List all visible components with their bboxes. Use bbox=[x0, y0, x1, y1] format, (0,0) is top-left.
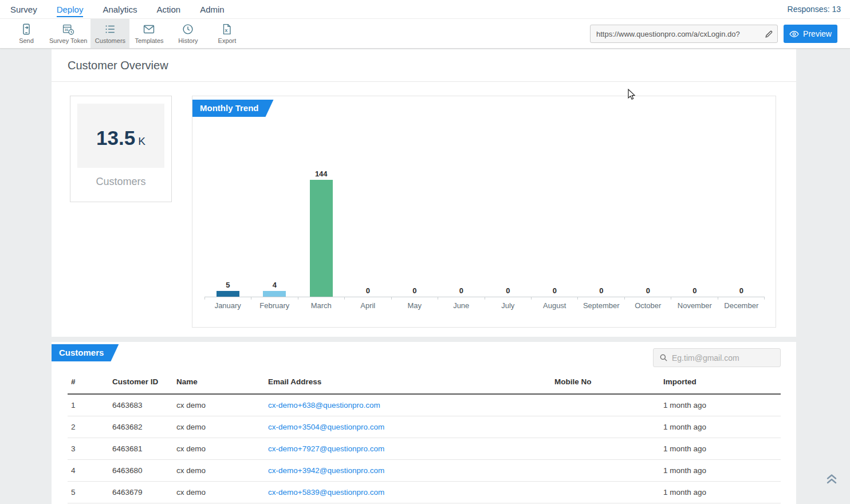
imported: 1 month ago bbox=[660, 438, 781, 459]
axis-tick bbox=[438, 297, 485, 300]
column-header-customer-id: Customer ID bbox=[109, 373, 173, 394]
x-tick-label-september: September bbox=[578, 301, 625, 310]
email-link[interactable]: cx-demo+3942@questionpro.com bbox=[268, 466, 384, 475]
chart-slot-october: 0 bbox=[625, 286, 672, 297]
axis-tick bbox=[392, 297, 438, 300]
monthly-trend-chart-card: Monthly Trend 54144000000000 JanuaryFebr… bbox=[192, 96, 776, 328]
nav-tab-survey[interactable]: Survey bbox=[10, 1, 37, 17]
scroll-to-top-button[interactable] bbox=[825, 472, 839, 487]
column-header-num: # bbox=[68, 373, 109, 394]
toolbar-button-label: Templates bbox=[135, 37, 163, 44]
preview-button-label: Preview bbox=[803, 29, 832, 38]
column-header-name: Name bbox=[173, 373, 265, 394]
table-row: 26463682cx democx-demo+3504@questionpro.… bbox=[68, 416, 781, 438]
email-link[interactable]: cx-demo+3504@questionpro.com bbox=[268, 423, 384, 431]
mobile-no bbox=[551, 459, 660, 481]
bar-march[interactable] bbox=[310, 180, 333, 297]
export-icon: X bbox=[221, 23, 233, 36]
customer-search-box bbox=[653, 348, 781, 367]
nav-tab-admin[interactable]: Admin bbox=[200, 1, 225, 17]
toolbar-templates-button[interactable]: Templates bbox=[129, 19, 168, 48]
toolbar-customers-button[interactable]: Customers bbox=[90, 19, 129, 48]
column-header-mobile-no: Mobile No bbox=[551, 373, 660, 394]
bar-value-label: 0 bbox=[412, 286, 416, 295]
row-number: 2 bbox=[68, 416, 109, 438]
survey-url-input[interactable] bbox=[591, 30, 760, 38]
chart-slot-march: 144 bbox=[298, 170, 345, 297]
toolbar-send-button[interactable]: Send bbox=[7, 19, 46, 48]
bar-value-label: 144 bbox=[315, 170, 328, 178]
chart-slot-april: 0 bbox=[345, 286, 392, 297]
column-header-imported: Imported bbox=[660, 373, 781, 394]
axis-tick bbox=[578, 297, 624, 300]
email-link[interactable]: cx-demo+7927@questionpro.com bbox=[268, 444, 384, 453]
email-address: cx-demo+5839@questionpro.com bbox=[265, 481, 551, 503]
responses-counter[interactable]: Responses: 13 bbox=[788, 5, 850, 14]
bar-value-label: 0 bbox=[646, 286, 650, 295]
row-number: 5 bbox=[68, 481, 109, 503]
chart-slot-november: 0 bbox=[671, 286, 718, 297]
customer-name: cx demo bbox=[173, 459, 265, 481]
eye-icon bbox=[789, 30, 799, 38]
toolbar-history-button[interactable]: History bbox=[168, 19, 207, 48]
bar-chart: 54144000000000 bbox=[204, 96, 765, 297]
nav-tab-deploy[interactable]: Deploy bbox=[57, 1, 84, 17]
row-number: 1 bbox=[68, 394, 109, 416]
search-icon bbox=[659, 353, 668, 362]
chart-slot-august: 0 bbox=[532, 286, 579, 297]
bar-value-label: 0 bbox=[692, 286, 696, 295]
toolbar-buttons: Send31Survey TokenCustomersTemplatesHist… bbox=[7, 19, 246, 48]
customers-stat-card: 13.5 K Customers bbox=[70, 96, 172, 202]
bar-value-label: 5 bbox=[226, 281, 230, 289]
x-tick-label-july: July bbox=[485, 301, 532, 310]
bar-january[interactable] bbox=[217, 291, 239, 297]
toolbar-survey-token-button[interactable]: 31Survey Token bbox=[46, 19, 90, 48]
customers-table-wrap: #Customer IDNameEmail AddressMobile NoIm… bbox=[68, 373, 781, 503]
customer-overview-panel: Customer Overview 13.5 K Customers Month… bbox=[52, 49, 796, 337]
edit-url-button[interactable] bbox=[760, 25, 777, 42]
monthly-trend-ribbon: Monthly Trend bbox=[192, 100, 274, 117]
history-icon bbox=[182, 23, 194, 36]
toolbar-button-label: Send bbox=[19, 37, 34, 44]
axis-tick bbox=[485, 297, 532, 300]
customer-id: 6463683 bbox=[109, 394, 173, 416]
imported: 1 month ago bbox=[660, 394, 781, 416]
toolbar-export-button[interactable]: XExport bbox=[207, 19, 246, 48]
bar-value-label: 0 bbox=[459, 286, 463, 295]
page-title: Customer Overview bbox=[52, 49, 796, 82]
chart-slot-june: 0 bbox=[438, 286, 485, 297]
x-tick-label-december: December bbox=[718, 301, 765, 310]
mobile-no bbox=[551, 481, 660, 503]
customer-search-input[interactable] bbox=[672, 353, 780, 363]
email-address: cx-demo+3942@questionpro.com bbox=[265, 459, 551, 481]
pencil-icon bbox=[765, 30, 773, 38]
mobile-no bbox=[551, 438, 660, 459]
row-number: 3 bbox=[68, 438, 109, 459]
x-tick-label-january: January bbox=[204, 301, 251, 310]
x-tick-label-may: May bbox=[391, 301, 438, 310]
axis-tick bbox=[532, 297, 578, 300]
customer-name: cx demo bbox=[173, 481, 265, 503]
mobile-no bbox=[551, 394, 660, 416]
bar-value-label: 0 bbox=[599, 286, 603, 295]
customer-name: cx demo bbox=[173, 394, 265, 416]
table-header-row: #Customer IDNameEmail AddressMobile NoIm… bbox=[68, 373, 781, 394]
chart-x-axis bbox=[204, 297, 765, 300]
email-address: cx-demo+638@questionpro.com bbox=[265, 394, 551, 416]
axis-tick bbox=[205, 297, 251, 300]
imported: 1 month ago bbox=[660, 481, 781, 503]
toolbar-button-label: History bbox=[178, 37, 198, 44]
bar-february[interactable] bbox=[263, 291, 286, 297]
x-tick-label-march: March bbox=[298, 301, 345, 310]
column-header-email-address: Email Address bbox=[265, 373, 551, 394]
nav-tab-analytics[interactable]: Analytics bbox=[103, 1, 137, 17]
x-tick-label-february: February bbox=[251, 301, 298, 310]
x-tick-label-october: October bbox=[625, 301, 672, 310]
customers-count-value: 13.5 bbox=[96, 127, 135, 149]
customers-icon bbox=[104, 23, 116, 36]
preview-button[interactable]: Preview bbox=[784, 25, 837, 43]
email-link[interactable]: cx-demo+5839@questionpro.com bbox=[268, 488, 384, 497]
bar-value-label: 0 bbox=[366, 286, 370, 295]
nav-tab-action[interactable]: Action bbox=[156, 1, 180, 17]
email-link[interactable]: cx-demo+638@questionpro.com bbox=[268, 401, 380, 410]
